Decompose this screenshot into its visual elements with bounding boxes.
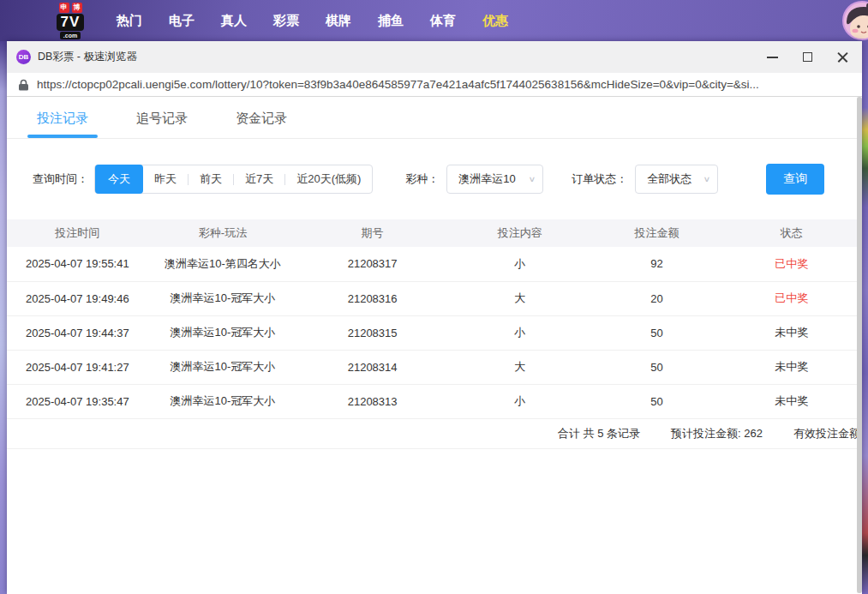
lock-icon	[19, 79, 28, 91]
cell-status: 未中奖	[721, 350, 862, 384]
nav-item-hot[interactable]: 热门	[117, 13, 142, 29]
order-status-value: 全部状态	[647, 171, 691, 187]
logo-badges: 申 博	[59, 3, 82, 13]
cell-bet-amount: 50	[593, 350, 721, 384]
cell-bet-content: 小	[447, 247, 593, 281]
record-tabs: 投注记录 追号记录 资金记录	[7, 97, 862, 139]
window-titlebar: DB DB彩票 - 极速浏览器	[7, 41, 862, 73]
summary-row: 合计 共 5 条记录 预计投注金额: 262 有效投注金额	[7, 419, 862, 449]
cell-status: 未中奖	[721, 384, 862, 418]
logo-badge-left: 申	[59, 3, 69, 13]
minimize-button[interactable]	[755, 41, 790, 73]
page-edge-left	[0, 41, 7, 594]
time-option-today[interactable]: 今天	[95, 165, 143, 194]
nav-item-live[interactable]: 真人	[221, 13, 247, 29]
cell-bet-amount: 20	[593, 281, 721, 315]
time-option-last-20-days[interactable]: 近20天(低频)	[285, 165, 372, 193]
nav-item-chess[interactable]: 棋牌	[326, 13, 351, 29]
time-option-day-before[interactable]: 前天	[189, 165, 233, 193]
table-row: 2025-04-07 19:55:41 澳洲幸运10-第四名大小 2120831…	[7, 247, 862, 281]
lottery-type-select[interactable]: 澳洲幸运10 ∨	[446, 165, 543, 194]
table-row: 2025-04-07 19:44:37 澳洲幸运10-冠军大小 21208315…	[7, 315, 862, 350]
page-edge-right	[862, 41, 868, 594]
cell-issue: 21208315	[297, 315, 447, 350]
cell-bet-content: 小	[447, 384, 593, 418]
url-text[interactable]: https://ctopcp02pcali.uengi5e.com/lotter…	[37, 78, 759, 91]
cell-bet-time: 2025-04-07 19:49:46	[7, 281, 148, 315]
header-bet-content: 投注内容	[447, 219, 593, 247]
site-topbar: 申 博 7V .com 热门 电子 真人 彩票 棋牌 捕鱼 体育 优惠	[0, 0, 868, 41]
lottery-type-label: 彩种：	[405, 171, 439, 187]
table-row: 2025-04-07 19:35:47 澳洲幸运10-冠军大小 21208313…	[7, 384, 862, 418]
header-issue: 期号	[297, 219, 447, 247]
table-row: 2025-04-07 19:49:46 澳洲幸运10-冠军大小 21208316…	[7, 281, 862, 315]
browser-window: DB DB彩票 - 极速浏览器 https://ctopcp02pcali.ue…	[7, 41, 862, 594]
search-button[interactable]: 查询	[766, 164, 824, 195]
header-game-play: 彩种-玩法	[148, 219, 298, 247]
minimize-icon	[767, 57, 778, 58]
cell-issue: 21208316	[297, 281, 447, 315]
cell-bet-time: 2025-04-07 19:41:27	[7, 350, 148, 384]
tab-bet-records[interactable]: 投注记录	[37, 111, 88, 138]
tab-fund-records[interactable]: 资金记录	[236, 111, 287, 138]
cell-bet-time: 2025-04-07 19:44:37	[7, 315, 148, 350]
table-header-row: 投注时间 彩种-玩法 期号 投注内容 投注金额 状态	[7, 219, 862, 247]
site-nav: 热门 电子 真人 彩票 棋牌 捕鱼 体育 优惠	[117, 13, 508, 29]
maximize-button[interactable]	[790, 41, 825, 73]
cell-bet-content: 大	[447, 281, 593, 315]
filter-bar: 查询时间： 今天 昨天 前天 近7天 近20天(低频) 彩种： 澳洲幸运10 ∨…	[33, 164, 862, 195]
header-bet-time: 投注时间	[7, 219, 148, 247]
lottery-page-content: 投注记录 追号记录 资金记录 查询时间： 今天 昨天 前天 近7天 近20天(低…	[7, 97, 862, 593]
cell-issue: 21208313	[297, 384, 447, 418]
nav-item-lottery[interactable]: 彩票	[273, 13, 299, 29]
nav-item-slots[interactable]: 电子	[169, 13, 195, 29]
window-controls	[755, 41, 860, 73]
chevron-down-icon: ∨	[703, 175, 711, 184]
cell-status: 已中奖	[721, 281, 862, 315]
bet-records-table: 投注时间 彩种-玩法 期号 投注内容 投注金额 状态 2025-04-07 19…	[7, 219, 862, 419]
time-filter-group: 今天 昨天 前天 近7天 近20天(低频)	[94, 165, 373, 194]
nav-item-fishing[interactable]: 捕鱼	[378, 13, 404, 29]
cell-bet-time: 2025-04-07 19:55:41	[7, 247, 148, 281]
table-row: 2025-04-07 19:41:27 澳洲幸运10-冠军大小 21208314…	[7, 350, 862, 384]
header-status: 状态	[721, 219, 862, 247]
time-option-last-7-days[interactable]: 近7天	[234, 165, 284, 193]
site-logo[interactable]: 申 博 7V .com	[47, 3, 93, 39]
order-status-label: 订单状态：	[572, 171, 627, 187]
tab-chase-records[interactable]: 追号记录	[136, 111, 188, 138]
user-avatar[interactable]	[842, 1, 868, 40]
time-option-yesterday[interactable]: 昨天	[143, 165, 188, 193]
cell-game-play: 澳洲幸运10-冠军大小	[148, 315, 298, 350]
order-status-select[interactable]: 全部状态 ∨	[635, 165, 718, 194]
logo-main-text: 7V	[57, 14, 85, 31]
cell-issue: 21208317	[297, 247, 447, 281]
cell-bet-content: 小	[447, 315, 593, 350]
address-bar[interactable]: https://ctopcp02pcali.uengi5e.com/lotter…	[7, 73, 862, 97]
cell-bet-amount: 92	[593, 247, 721, 281]
nav-item-promo[interactable]: 优惠	[482, 13, 508, 29]
scrollbar-thumb[interactable]	[857, 97, 862, 593]
cell-status: 已中奖	[721, 247, 862, 281]
summary-expected-amount: 预计投注金额: 262	[671, 426, 763, 441]
cell-game-play: 澳洲幸运10-冠军大小	[148, 281, 298, 315]
close-icon	[837, 51, 848, 63]
cell-game-play: 澳洲幸运10-第四名大小	[148, 247, 298, 281]
cell-game-play: 澳洲幸运10-冠军大小	[148, 384, 298, 418]
chevron-down-icon: ∨	[529, 175, 536, 184]
db-lottery-app-icon: DB	[16, 50, 31, 64]
avatar-cartoon-girl-icon	[844, 3, 868, 40]
summary-valid-amount: 有效投注金额	[793, 426, 860, 441]
header-bet-amount: 投注金额	[593, 219, 721, 247]
lottery-type-value: 澳洲幸运10	[458, 171, 515, 187]
cell-bet-time: 2025-04-07 19:35:47	[7, 384, 148, 418]
maximize-icon	[803, 52, 812, 62]
logo-badge-right: 博	[72, 3, 82, 13]
cell-bet-content: 大	[447, 350, 593, 384]
content-scrollbar[interactable]	[857, 97, 862, 593]
cell-status: 未中奖	[721, 315, 862, 350]
summary-total-records: 合计 共 5 条记录	[558, 426, 640, 441]
cell-bet-amount: 50	[593, 384, 721, 418]
cell-game-play: 澳洲幸运10-冠军大小	[148, 350, 298, 384]
nav-item-sports[interactable]: 体育	[430, 13, 456, 29]
close-button[interactable]	[825, 41, 860, 73]
